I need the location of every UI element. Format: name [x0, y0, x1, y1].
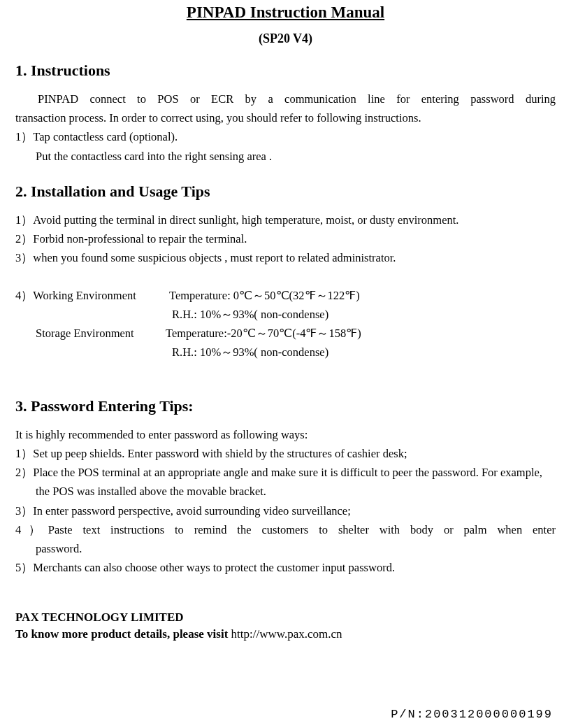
section-1-item1: 1）Tap contactless card (optional).: [15, 127, 556, 146]
section-2-item3: 3）when you found some suspicious objects…: [15, 248, 556, 267]
section-1-intro-line2: transaction process. In order to correct…: [15, 108, 556, 127]
storage-env-rh: R.H.: 10%～93%( non-condense): [15, 343, 556, 362]
section-3-intro: It is highly recommended to enter passwo…: [15, 425, 556, 444]
section-3-item2: 2）Place the POS terminal at an appropria…: [15, 463, 556, 501]
document-title: PINPAD Instruction Manual: [15, 3, 556, 22]
document-subtitle: (SP20 V4): [15, 31, 556, 46]
section-1-item1-sub: Put the contactless card into the right …: [15, 147, 556, 166]
section-3-heading: 3. Password Entering Tips:: [15, 397, 556, 415]
section-2-item1: 1）Avoid putting the terminal in direct s…: [15, 210, 556, 229]
footer-link: To know more product details, please vis…: [15, 627, 556, 641]
section-3-item3: 3）In enter password perspective, avoid s…: [15, 501, 556, 520]
working-env-label: 4）Working Environment: [36, 286, 136, 305]
section-2-heading: 2. Installation and Usage Tips: [15, 183, 556, 201]
footer-link-url: http://www.pax.com.cn: [231, 627, 342, 641]
section-1-intro-line1: PINPAD connect to POS or ECR by a commun…: [15, 90, 556, 108]
working-env-rh: R.H.: 10%～93%( non-condense): [15, 305, 556, 324]
section-3-item4-line1: 4）Paste text instructions to remind the …: [15, 520, 556, 539]
section-3-item1: 1）Set up peep shields. Enter password wi…: [15, 444, 556, 463]
section-1-heading: 1. Instructions: [15, 62, 556, 80]
section-3-item5: 5）Merchants can also choose other ways t…: [15, 558, 556, 577]
footer-company: PAX TECHNOLOGY LIMITED: [15, 611, 556, 624]
section-3-item4-line2: password.: [15, 539, 556, 558]
section-2-item2: 2）Forbid non-professional to repair the …: [15, 229, 556, 248]
part-number: P/N:200312000000199: [391, 708, 553, 721]
storage-env-label: Storage Environment: [15, 324, 166, 343]
footer-link-prefix: To know more product details, please vis…: [15, 627, 231, 641]
storage-env-temp: Temperature:-20℃～70℃(-4℉～158℉): [166, 327, 361, 340]
